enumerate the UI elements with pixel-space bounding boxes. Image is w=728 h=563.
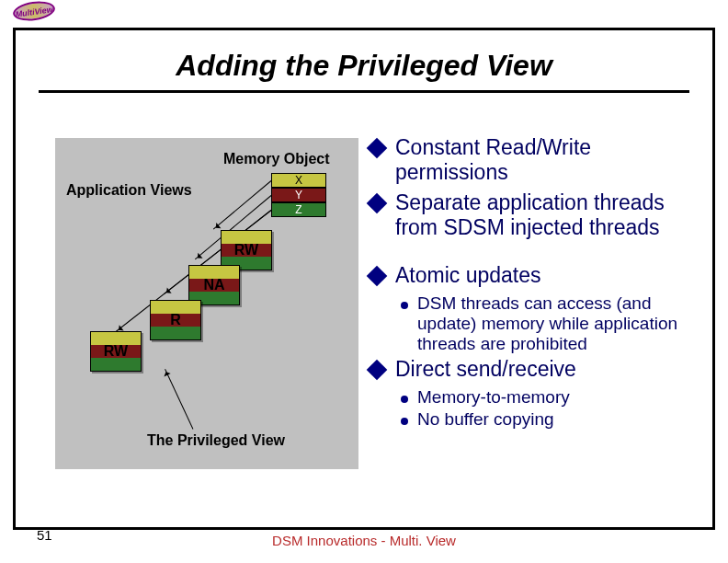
bullet-list: Constant Read/Write permissions Separate…: [368, 135, 708, 432]
diamond-bullet-icon: [367, 138, 388, 159]
dot-bullet-icon: [401, 418, 408, 425]
arrow-icon: [213, 180, 271, 229]
bullet-text: Atomic updates: [395, 263, 541, 288]
diamond-bullet-icon: [367, 265, 388, 286]
diamond-bullet-icon: [367, 360, 388, 381]
logo: MultiView: [13, 2, 59, 26]
bullet-level1: Separate application threads from SDSM i…: [368, 190, 708, 240]
bullet-level1: Direct send/receive: [368, 357, 708, 382]
dot-bullet-icon: [401, 396, 408, 403]
mem-cell-y: Y: [271, 188, 326, 202]
bullet-spacer: [368, 247, 708, 263]
bullet-level1: Atomic updates: [368, 263, 708, 288]
memory-cells: X Y Z: [271, 173, 326, 217]
footer-text: DSM Innovations - Multi. View: [0, 533, 728, 548]
mem-cell-x: X: [271, 173, 326, 188]
view-label: RW: [234, 242, 258, 258]
bullet-text: Constant Read/Write permissions: [395, 135, 708, 185]
title-underline: [39, 90, 689, 93]
mem-cell-z: Z: [271, 202, 326, 217]
memory-object-label: Memory Object: [223, 151, 330, 167]
view-box-r: R: [150, 300, 201, 340]
view-box-rw-privileged: RW: [90, 331, 142, 372]
application-views-label: Application Views: [66, 182, 192, 199]
bullet-level1: Constant Read/Write permissions: [368, 135, 708, 185]
bullet-level2: No buffer copying: [401, 409, 708, 430]
bullet-text: Memory-to-memory: [417, 387, 570, 408]
dot-bullet-icon: [401, 302, 408, 309]
bullet-text: Separate application threads from SDSM i…: [395, 190, 708, 240]
arrow-icon: [165, 369, 193, 430]
view-label: R: [170, 312, 181, 327]
page-title: Adding the Privileged View: [0, 49, 728, 83]
bullet-text: No buffer copying: [417, 409, 554, 430]
view-label: NA: [203, 277, 224, 293]
logo-text: MultiView: [12, 0, 56, 23]
bullet-text: DSM threads can access (and update) memo…: [417, 293, 708, 355]
bullet-level2: Memory-to-memory: [401, 387, 708, 408]
bullet-level2: DSM threads can access (and update) memo…: [401, 293, 708, 355]
diagram-area: Memory Object Application Views The Priv…: [55, 138, 358, 469]
diamond-bullet-icon: [367, 193, 388, 214]
bullet-text: Direct send/receive: [395, 357, 576, 382]
view-label: RW: [104, 343, 128, 359]
privileged-view-label: The Privileged View: [147, 432, 285, 449]
